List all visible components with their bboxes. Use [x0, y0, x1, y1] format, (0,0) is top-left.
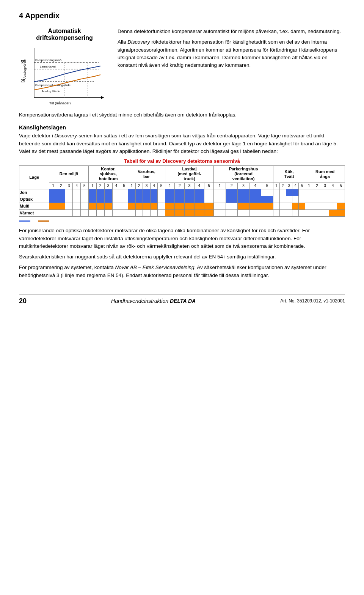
- cell: [194, 196, 204, 203]
- lage-num: 2: [96, 183, 104, 189]
- cell: [165, 189, 175, 196]
- cell: [194, 189, 204, 196]
- cell: [104, 210, 112, 217]
- cell: [273, 203, 279, 209]
- lage-num: 5: [337, 183, 345, 189]
- cell: [279, 210, 286, 217]
- cell: [57, 189, 65, 196]
- cell: [261, 203, 273, 209]
- cell: [305, 196, 313, 203]
- cell: [158, 196, 165, 203]
- cell: [165, 210, 175, 217]
- cell: [49, 210, 57, 217]
- cell: [143, 189, 150, 196]
- lage-num: 5: [261, 183, 273, 189]
- col-parkering: Parkeringshus(forceradventilation): [214, 166, 273, 183]
- cell: [175, 210, 185, 217]
- cell: [57, 196, 65, 203]
- cell: [321, 203, 329, 209]
- legend-area: [19, 220, 345, 222]
- section-heading-kanslighet: Känslighetslägen: [19, 124, 345, 131]
- para-kompensation: Kompensationsvärdena lagras i ett skydda…: [19, 111, 345, 119]
- cell: [128, 189, 135, 196]
- cell: [261, 196, 273, 203]
- cell: [88, 196, 96, 203]
- cell: [261, 189, 273, 196]
- row-label-multi: Multi: [19, 203, 49, 209]
- cell: [112, 210, 120, 217]
- cell: [214, 189, 226, 196]
- cell: [175, 189, 185, 196]
- cell: [128, 210, 135, 217]
- cell: [135, 210, 143, 217]
- cell: [329, 196, 337, 203]
- cell: [286, 210, 292, 217]
- cell: [237, 210, 249, 217]
- table-title: Tabell för val av Discovery detektorns s…: [19, 158, 345, 164]
- cell: [204, 196, 214, 203]
- cell: [135, 196, 143, 203]
- cell: [292, 189, 299, 196]
- lage-num: 1: [214, 183, 226, 189]
- lage-num: 4: [329, 183, 337, 189]
- cell: [313, 196, 321, 203]
- cell: [185, 203, 195, 209]
- cell: [185, 196, 195, 203]
- cell: [73, 189, 81, 196]
- footer-artno: Art. No. 351209.012, v1-102001: [280, 298, 345, 304]
- cell: [81, 196, 89, 203]
- cell: [57, 210, 65, 217]
- cell: [237, 189, 249, 196]
- cell: [299, 196, 305, 203]
- page-header: 4 Appendix: [19, 11, 345, 20]
- cell: [104, 203, 112, 209]
- lage-num: 5: [81, 183, 89, 189]
- cell: [158, 203, 165, 209]
- cell: [214, 210, 226, 217]
- cell: [128, 203, 135, 209]
- lage-num: 5: [204, 183, 214, 189]
- svg-text:25: 25: [21, 79, 25, 83]
- cell: [249, 210, 261, 217]
- lage-num: 1: [305, 183, 313, 189]
- svg-text:Kompenseringsnivå: Kompenseringsnivå: [35, 58, 62, 62]
- cell: [120, 189, 128, 196]
- lage-num: 1: [273, 183, 279, 189]
- svg-text:Tid (månader): Tid (månader): [49, 101, 71, 105]
- cell: [73, 203, 81, 209]
- cell: [299, 203, 305, 209]
- cell: [279, 196, 286, 203]
- lage-num: 5: [120, 183, 128, 189]
- right-para1: Denna detektorfunktion kompenserar autom…: [118, 28, 345, 35]
- cell: [104, 189, 112, 196]
- cell: [165, 196, 175, 203]
- lage-num: 1: [128, 183, 135, 189]
- cell: [158, 189, 165, 196]
- svg-text:Analog Värde: Analog Värde: [42, 90, 60, 93]
- sensor-table: Läge Ren miljö Kontor,sjukhus,hotellrum …: [19, 165, 345, 217]
- cell: [249, 189, 261, 196]
- lage-num: 3: [286, 183, 292, 189]
- lage-num: 5: [299, 183, 305, 189]
- lage-num: 1: [88, 183, 96, 189]
- cell: [261, 210, 273, 217]
- cell: [237, 196, 249, 203]
- para-jon: För joniserande och optiska rökdetektore…: [19, 227, 345, 250]
- cell: [143, 203, 150, 209]
- cell: [273, 189, 279, 196]
- chart-title: Automatisk driftskompensering: [19, 28, 110, 41]
- cell: [249, 203, 261, 209]
- cell: [175, 196, 185, 203]
- lage-num: 3: [143, 183, 150, 189]
- cell: [120, 210, 128, 217]
- cell: [81, 189, 89, 196]
- cell: [305, 203, 313, 209]
- cell: [214, 196, 226, 203]
- cell: [286, 196, 292, 203]
- lage-num: 3: [185, 183, 195, 189]
- cell: [143, 196, 150, 203]
- lage-num: 2: [57, 183, 65, 189]
- table-row-jon: Jon: [19, 189, 345, 196]
- cell: [237, 203, 249, 209]
- col-varuhus: Varuhus,bar: [128, 166, 165, 183]
